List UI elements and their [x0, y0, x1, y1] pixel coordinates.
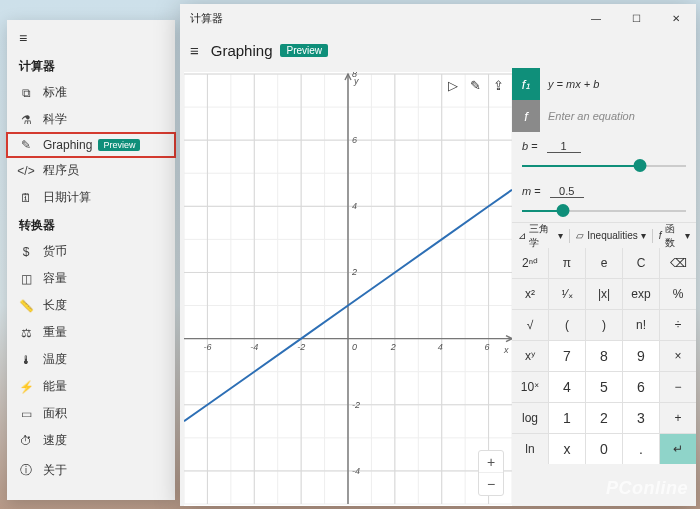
preview-badge: Preview [98, 139, 140, 151]
svg-text:2: 2 [351, 267, 357, 277]
svg-text:6: 6 [485, 342, 490, 352]
variable-block: m = 0.5 [512, 177, 696, 222]
key-ln[interactable]: ln [512, 434, 548, 464]
variable-slider[interactable] [522, 157, 686, 175]
sidebar-item[interactable]: ◫容量 [7, 265, 175, 292]
key-9[interactable]: 9 [623, 341, 659, 371]
variable-value[interactable]: 1 [547, 140, 581, 153]
sidebar-about[interactable]: ⓘ 关于 [7, 454, 175, 487]
sidebar-section-header: 计算器 [7, 52, 175, 79]
minimize-button[interactable]: — [576, 4, 616, 32]
key-8[interactable]: 8 [586, 341, 622, 371]
key-7[interactable]: 7 [549, 341, 585, 371]
maximize-button[interactable]: ☐ [616, 4, 656, 32]
sidebar-item-icon: ⏱ [17, 434, 35, 448]
equation-row[interactable]: fEnter an equation [512, 100, 696, 132]
key-10[interactable]: 10ˣ [512, 372, 548, 402]
fx-icon: f [512, 100, 540, 132]
sidebar-item[interactable]: 🌡温度 [7, 346, 175, 373]
svg-text:-2: -2 [297, 342, 305, 352]
sidebar-item[interactable]: ⏱速度 [7, 427, 175, 454]
key-3[interactable]: 3 [623, 403, 659, 433]
sidebar-item-label: 能量 [43, 378, 67, 395]
plot-area[interactable]: -6-4-2246-4-224680xy ▷ ✎ ⇪ + − [184, 72, 512, 506]
key-e[interactable]: e [586, 248, 622, 278]
sidebar-item-icon: ⚖ [17, 326, 35, 340]
key-[interactable]: √ [512, 310, 548, 340]
key-exp[interactable]: exp [623, 279, 659, 309]
sidebar-item[interactable]: ✎GraphingPreview [7, 133, 175, 157]
key-log[interactable]: log [512, 403, 548, 433]
sidebar-item-icon: 🗓 [17, 191, 35, 205]
trig-dropdown[interactable]: ⊿三角学▾ [512, 222, 569, 250]
svg-text:0: 0 [352, 342, 357, 352]
preview-badge: Preview [280, 44, 328, 57]
sidebar-item[interactable]: </>程序员 [7, 157, 175, 184]
sidebar-item-label: Graphing [43, 138, 92, 152]
key-1[interactable]: 1 [549, 403, 585, 433]
sidebar-item[interactable]: ⧉标准 [7, 79, 175, 106]
functions-dropdown[interactable]: f函数▾ [653, 222, 696, 250]
svg-text:4: 4 [352, 201, 357, 211]
key-[interactable]: % [660, 279, 696, 309]
share-tool-icon[interactable]: ⇪ [493, 78, 504, 93]
sidebar-section-header: 转换器 [7, 211, 175, 238]
sidebar-item-icon: ⧉ [17, 86, 35, 100]
zoom-in-button[interactable]: + [479, 451, 503, 473]
key-[interactable]: π [549, 248, 585, 278]
key-x[interactable]: |x| [586, 279, 622, 309]
hamburger-icon[interactable]: ≡ [7, 20, 175, 52]
key-[interactable]: ( [549, 310, 585, 340]
key-2[interactable]: 2 [586, 403, 622, 433]
zoom-out-button[interactable]: − [479, 473, 503, 495]
plot-svg: -6-4-2246-4-224680xy [184, 72, 512, 506]
variable-value[interactable]: 0.5 [550, 185, 584, 198]
key-[interactable]: × [660, 341, 696, 371]
sidebar-item[interactable]: 🗓日期计算 [7, 184, 175, 211]
sidebar-item[interactable]: ⚡能量 [7, 373, 175, 400]
cursor-tool-icon[interactable]: ▷ [448, 78, 458, 93]
sidebar-item[interactable]: ⚗科学 [7, 106, 175, 133]
equation-row[interactable]: f₁y = mx + b [512, 68, 696, 100]
key-2[interactable]: 2ⁿᵈ [512, 248, 548, 278]
key-[interactable]: ÷ [660, 310, 696, 340]
key-6[interactable]: 6 [623, 372, 659, 402]
sidebar-item-label: 面积 [43, 405, 67, 422]
hamburger-icon[interactable]: ≡ [190, 42, 199, 59]
key-[interactable]: + [660, 403, 696, 433]
sidebar-item[interactable]: $货币 [7, 238, 175, 265]
svg-text:y: y [353, 76, 359, 86]
sidebar-item[interactable]: ⚖重量 [7, 319, 175, 346]
sidebar-item-label: 日期计算 [43, 189, 91, 206]
zoom-control: + − [478, 450, 504, 496]
info-icon: ⓘ [17, 462, 35, 479]
key-n[interactable]: n! [623, 310, 659, 340]
key-x[interactable]: x [549, 434, 585, 464]
key-[interactable]: − [660, 372, 696, 402]
variable-slider[interactable] [522, 202, 686, 220]
key-[interactable]: . [623, 434, 659, 464]
equation-text: y = mx + b [540, 78, 696, 90]
sidebar-item-label: 速度 [43, 432, 67, 449]
sidebar-item[interactable]: 📏长度 [7, 292, 175, 319]
key-0[interactable]: 0 [586, 434, 622, 464]
variable-name: b [522, 140, 528, 152]
key-[interactable]: ↵ [660, 434, 696, 464]
key-4[interactable]: 4 [549, 372, 585, 402]
inequalities-dropdown[interactable]: ▱Inequalities▾ [570, 230, 652, 241]
key-[interactable]: ⌫ [660, 248, 696, 278]
variable-name: m [522, 185, 531, 197]
trace-tool-icon[interactable]: ✎ [470, 78, 481, 93]
svg-text:-4: -4 [352, 466, 360, 476]
key-c[interactable]: C [623, 248, 659, 278]
key-5[interactable]: 5 [586, 372, 622, 402]
key-[interactable]: ) [586, 310, 622, 340]
key-x[interactable]: x² [512, 279, 548, 309]
key-[interactable]: ¹⁄ₓ [549, 279, 585, 309]
variable-block: b = 1 [512, 132, 696, 177]
sidebar-window: ≡ 计算器⧉标准⚗科学✎GraphingPreview</>程序员🗓日期计算转换… [7, 20, 175, 500]
right-panel: f₁y = mx + bfEnter an equation b = 1m = … [512, 68, 696, 506]
sidebar-item[interactable]: ▭面积 [7, 400, 175, 427]
close-button[interactable]: ✕ [656, 4, 696, 32]
key-x[interactable]: xʸ [512, 341, 548, 371]
